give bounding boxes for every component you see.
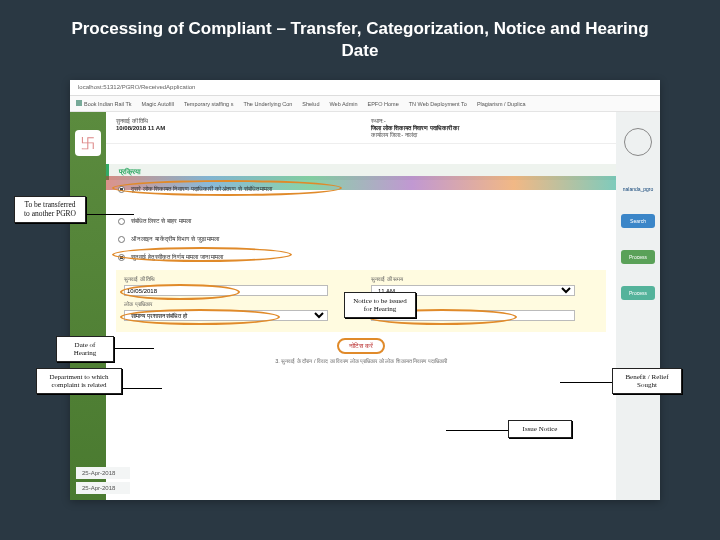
search-button[interactable]: Search	[621, 214, 655, 228]
hearing-date-value: 10/08/2018 11 AM	[116, 125, 351, 131]
hearing-date-input[interactable]	[124, 285, 328, 296]
callout-notice: Notice to be issued for Hearing	[344, 292, 416, 318]
dept-select[interactable]: सामान्य प्रशासन संबंधित हो	[124, 310, 328, 321]
office-label: स्थान:-	[371, 118, 606, 125]
footer-note: 3. सुनवाई के दौरान / विवाद का विवरण लोक …	[106, 354, 616, 369]
bm-4[interactable]: The Underlying Con	[243, 101, 292, 107]
callout-transfer: To be transferred to another PGRO	[14, 196, 86, 223]
radio-transfer[interactable]: दूसरे लोक शिकायत निवारण पदाधिकारी को अंत…	[106, 180, 616, 198]
right-panel: nalanda_pgro Search Process Process	[616, 112, 660, 500]
bm-9[interactable]: Plagiarism / Duplica	[477, 101, 526, 107]
radio-central-dept[interactable]: ऑनलाइन या केंद्रीय विभाग से जुड़ा मामला	[106, 230, 616, 248]
bm-2[interactable]: Magic Autofill	[142, 101, 174, 107]
header-row: सुनवाई की तिथि 10/08/2018 11 AM स्थान:- …	[106, 112, 616, 144]
list-date-2[interactable]: 25-Apr-2018	[76, 482, 130, 494]
issue-notice-button[interactable]: नोटिस करें	[337, 338, 385, 354]
left-banner: 卐	[70, 112, 106, 500]
radio-notice-label: सुनवाई हेतु स्वीकृत निर्णय मामला जाना मा…	[131, 253, 223, 261]
process-button-1[interactable]: Process	[621, 250, 655, 264]
govt-seal-icon	[624, 128, 652, 156]
process-button-2[interactable]: Process	[621, 286, 655, 300]
bookmarks-bar[interactable]: Book Indian Rail Tk Magic Autofill Tempo…	[70, 96, 660, 112]
office-value: जिला लोक शिकायत निवारण पदाधिकारी का	[371, 125, 606, 132]
bm-1[interactable]: Book Indian Rail Tk	[76, 100, 132, 107]
radio-icon	[118, 236, 125, 243]
radio-icon	[118, 186, 125, 193]
bm-3[interactable]: Temporary staffing s	[184, 101, 233, 107]
callout-dept: Department to which complaint is related	[36, 368, 122, 394]
list-date-1[interactable]: 25-Apr-2018	[76, 467, 130, 479]
address-bar[interactable]: localhost:51312/PGRO/ReceivedApplication	[70, 80, 660, 96]
hearing-date-label: सुनवाई की तिथि	[116, 118, 351, 125]
slide-title: Processing of Compliant – Transfer, Cate…	[0, 0, 720, 72]
radio-icon	[118, 218, 125, 225]
bm-8[interactable]: TN Web Deployment To	[409, 101, 467, 107]
bm-7[interactable]: EPFO Home	[368, 101, 399, 107]
swastik-emblem: 卐	[75, 130, 101, 156]
bm-5[interactable]: Shelud	[302, 101, 319, 107]
radio-outside-list[interactable]: संबंधित लिस्ट से बाहर मामला	[106, 212, 616, 230]
callout-date-hearing: Date of Hearing	[56, 336, 114, 362]
date-list: 25-Apr-2018 25-Apr-2018	[76, 464, 130, 494]
form-time-label: सुनवाई की समय	[371, 276, 598, 283]
office-sub: कार्यालय जिला:- नालंदा	[371, 132, 606, 139]
form-dept-label: लोक प्राधिकार	[124, 301, 351, 308]
username-label: nalanda_pgro	[616, 186, 660, 192]
form-date-label: सुनवाई की तिथि	[124, 276, 351, 283]
bm-6[interactable]: Web Admin	[329, 101, 357, 107]
callout-relief: Benefit / Relief Sought	[612, 368, 682, 394]
radio-notice-hearing[interactable]: सुनवाई हेतु स्वीकृत निर्णय मामला जाना मा…	[106, 248, 616, 266]
radio-transfer-label: दूसरे लोक शिकायत निवारण पदाधिकारी को अंत…	[131, 185, 272, 193]
radio-outside-label: संबंधित लिस्ट से बाहर मामला	[131, 217, 191, 225]
radio-central-label: ऑनलाइन या केंद्रीय विभाग से जुड़ा मामला	[131, 235, 219, 243]
callout-issue: Issue Notice	[508, 420, 572, 438]
radio-icon	[118, 254, 125, 261]
